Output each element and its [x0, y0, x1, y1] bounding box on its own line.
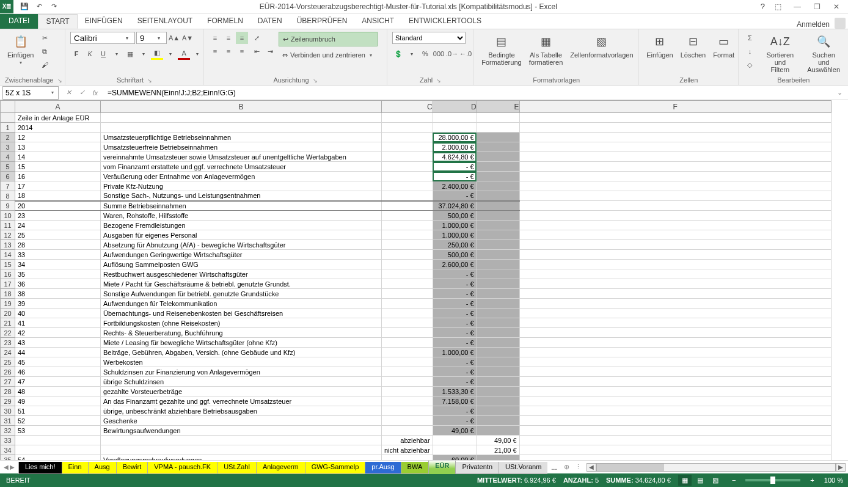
zoom-slider[interactable]: [745, 479, 800, 481]
cell[interactable]: 2.400,00 €: [433, 181, 477, 191]
cell[interactable]: [519, 240, 831, 250]
cell[interactable]: 46: [15, 367, 101, 377]
sheet-nav-prev-icon[interactable]: ◀: [4, 464, 9, 470]
cell[interactable]: Veräußerung oder Entnahme von Anlageverm…: [101, 172, 382, 181]
row-header[interactable]: 2: [1, 133, 15, 142]
page-break-view-icon[interactable]: ▧: [709, 475, 722, 486]
cell[interactable]: 1.000,00 €: [433, 230, 477, 240]
name-box[interactable]: 5Z x 1S ▾: [2, 86, 59, 100]
cell[interactable]: [519, 367, 831, 377]
cell[interactable]: 51: [15, 406, 101, 416]
cell[interactable]: [382, 426, 433, 436]
cell[interactable]: 17: [15, 181, 101, 191]
font-color-icon[interactable]: A: [178, 48, 190, 60]
cell[interactable]: Fortbildungskosten (ohne Reisekosten): [101, 318, 382, 328]
cell[interactable]: 49,00 €: [433, 426, 477, 436]
wrap-text-button[interactable]: ↩ Zeilenumbruch: [279, 32, 378, 46]
tab-ansicht[interactable]: ANSICHT: [354, 14, 401, 29]
cell[interactable]: 15: [15, 162, 101, 172]
cell[interactable]: 28.000,00 €: [433, 133, 477, 142]
enter-icon[interactable]: ✓: [76, 87, 88, 99]
cell[interactable]: [519, 181, 831, 191]
decrease-decimal-icon[interactable]: ←.0: [459, 48, 472, 60]
cell[interactable]: - €: [433, 406, 477, 416]
scroll-right-icon[interactable]: ▶: [836, 463, 846, 472]
cell[interactable]: [519, 162, 831, 172]
cell[interactable]: 49: [15, 396, 101, 406]
cell[interactable]: [382, 396, 433, 406]
restore-icon[interactable]: ❐: [808, 1, 826, 13]
cell[interactable]: [519, 377, 831, 387]
cell[interactable]: 52: [15, 416, 101, 426]
cell-styles-button[interactable]: ▧ Zellenformatvorlagen: [568, 32, 635, 60]
cell[interactable]: [519, 445, 831, 455]
sheet-tab[interactable]: Einn: [62, 462, 89, 474]
cell[interactable]: 53: [15, 426, 101, 436]
fill-color-icon[interactable]: ◧: [151, 48, 163, 60]
cell[interactable]: 2.000,00 €: [433, 142, 477, 152]
align-left-icon[interactable]: ≡: [209, 45, 221, 57]
cell[interactable]: Umsatzsteuerfreie Betriebseinnahmen: [101, 142, 382, 152]
cell[interactable]: [477, 211, 519, 221]
cell[interactable]: vom Finanzamt erstattete und ggf. verrec…: [101, 162, 382, 172]
cell[interactable]: [477, 181, 519, 191]
cell[interactable]: [477, 328, 519, 338]
cell[interactable]: - €: [433, 416, 477, 426]
row-header[interactable]: 5: [1, 162, 15, 172]
cell[interactable]: [477, 123, 519, 133]
chevron-down-icon[interactable]: ▾: [111, 48, 123, 60]
cell[interactable]: 42: [15, 328, 101, 338]
cell[interactable]: Miete / Pacht für Geschäftsräume & betri…: [101, 279, 382, 289]
cell[interactable]: [477, 191, 519, 201]
cell[interactable]: [382, 152, 433, 162]
cell[interactable]: [382, 172, 433, 181]
cell[interactable]: 20: [15, 201, 101, 211]
scroll-left-icon[interactable]: ◀: [587, 463, 596, 472]
more-sheets-button[interactable]: ...: [547, 464, 560, 471]
cell[interactable]: - €: [433, 172, 477, 181]
cell[interactable]: [477, 152, 519, 162]
cell[interactable]: - €: [433, 328, 477, 338]
cell[interactable]: 16: [15, 172, 101, 181]
tab-formeln[interactable]: FORMELN: [200, 14, 250, 29]
cell[interactable]: [519, 221, 831, 230]
ribbon-display-icon[interactable]: ⬚: [769, 1, 787, 13]
row-header[interactable]: 25: [1, 357, 15, 367]
row-header[interactable]: 23: [1, 338, 15, 348]
cell[interactable]: - €: [433, 191, 477, 201]
cell[interactable]: 2014: [15, 123, 101, 133]
zoom-value[interactable]: 100 %: [824, 477, 843, 484]
row-header[interactable]: 35: [1, 455, 15, 461]
cell[interactable]: [477, 269, 519, 279]
row-header[interactable]: 12: [1, 230, 15, 240]
cell[interactable]: [519, 211, 831, 221]
cell[interactable]: Private Kfz-Nutzung: [101, 181, 382, 191]
tab-überprüfen[interactable]: ÜBERPRÜFEN: [290, 14, 355, 29]
cell[interactable]: [382, 377, 433, 387]
row-header[interactable]: 11: [1, 221, 15, 230]
row-header[interactable]: 1: [1, 123, 15, 133]
row-header[interactable]: [1, 113, 15, 123]
cell[interactable]: Aufwendungen für Telekommunikation: [101, 299, 382, 309]
close-icon[interactable]: ✕: [827, 1, 846, 13]
cell[interactable]: [477, 221, 519, 230]
cell[interactable]: [477, 377, 519, 387]
cell[interactable]: [519, 201, 831, 211]
row-header[interactable]: 8: [1, 191, 15, 201]
font-name-box[interactable]: ▾: [70, 32, 135, 44]
row-header[interactable]: 17: [1, 279, 15, 289]
cell[interactable]: Sonstige Sach-, Nutzungs- und Leistungse…: [101, 191, 382, 201]
cell[interactable]: [382, 123, 433, 133]
row-header[interactable]: 33: [1, 436, 15, 445]
cell[interactable]: [477, 201, 519, 211]
insert-cells-button[interactable]: ⊞Einfügen: [644, 32, 675, 60]
cell[interactable]: 7.158,00 €: [433, 396, 477, 406]
cell[interactable]: [477, 318, 519, 328]
cell[interactable]: [101, 445, 382, 455]
cell[interactable]: 37.024,80 €: [433, 201, 477, 211]
cell[interactable]: [382, 162, 433, 172]
cell[interactable]: [382, 269, 433, 279]
cell[interactable]: [382, 113, 433, 123]
cell[interactable]: [519, 269, 831, 279]
cell[interactable]: Werbekosten: [101, 357, 382, 367]
